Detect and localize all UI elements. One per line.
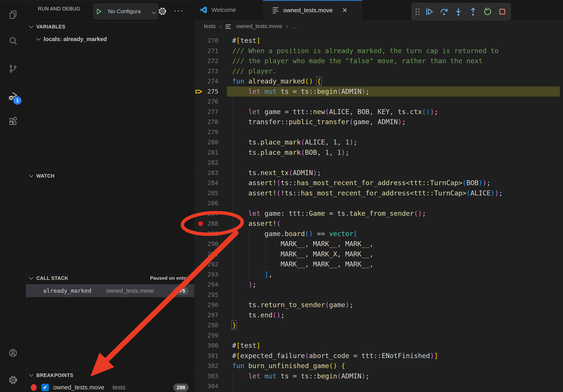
code-line[interactable]: 302fun burn_unfinished_game() { <box>194 361 563 371</box>
call-stack-section-header[interactable]: CALL STACK Paused on entry <box>26 274 194 283</box>
close-tab-icon[interactable]: ✕ <box>342 7 347 14</box>
code-line[interactable]: 280 ts.place_mark(ALICE, 1, 1); <box>194 137 563 147</box>
line-number[interactable]: 279 <box>194 127 218 137</box>
code-line[interactable]: 287 let game: ttt::Game = ts.take_from_s… <box>194 209 563 219</box>
code-line[interactable]: 298} <box>194 320 563 330</box>
code-line[interactable]: 297 ts.end(); <box>194 310 563 320</box>
line-number[interactable]: 296 <box>194 300 218 310</box>
code-line[interactable]: 295 <box>194 290 563 300</box>
code-line[interactable]: 275 let mut ts = ts::begin(ADMIN); <box>194 86 563 97</box>
tab-welcome[interactable]: Welcome <box>194 0 262 20</box>
line-number[interactable]: 272 <box>194 56 218 66</box>
code-line[interactable]: 296 ts.return_to_sender(game); <box>194 300 563 310</box>
breadcrumb-item[interactable]: ... <box>292 23 297 29</box>
watch-section-header[interactable]: WATCH <box>26 171 194 180</box>
code-line[interactable]: 273/// player. <box>194 66 563 76</box>
line-number[interactable]: 274 <box>194 76 218 86</box>
line-number[interactable]: 298 <box>194 320 218 330</box>
explorer-icon[interactable] <box>8 10 18 19</box>
line-number[interactable]: 285 <box>194 188 218 198</box>
launch-config-dropdown[interactable]: No Configura <box>93 3 158 19</box>
step-out-button[interactable] <box>469 7 478 16</box>
line-number[interactable]: 286 <box>194 198 218 209</box>
variables-section-header[interactable]: VARIABLES <box>26 22 194 31</box>
code-line[interactable]: 284 assert!(ts::has_most_recent_for_addr… <box>194 178 563 188</box>
line-number[interactable]: 292 <box>194 259 218 269</box>
line-number[interactable]: 275 <box>194 86 218 97</box>
code-line[interactable]: 289 game.board() == vector[ <box>194 229 563 239</box>
line-number[interactable]: 273 <box>194 66 218 76</box>
code-line[interactable]: 288 assert!( <box>194 219 563 229</box>
line-number[interactable]: 288 <box>194 219 218 229</box>
code-line[interactable]: 304 <box>194 381 563 392</box>
code-line[interactable]: 282 <box>194 157 563 168</box>
code-line[interactable]: 281 ts.place_mark(BOB, 1, 1); <box>194 147 563 158</box>
restart-button[interactable] <box>483 7 492 16</box>
line-number[interactable]: 293 <box>194 269 218 280</box>
code-line[interactable]: 272/// the player who made the "false" m… <box>194 56 563 66</box>
code-line[interactable]: 276 <box>194 96 563 107</box>
call-stack-frame[interactable]: already_markedowned_tests.move275 <box>26 284 194 297</box>
line-number[interactable]: 290 <box>194 239 218 249</box>
breadcrumb[interactable]: tests›owned_tests.move›... <box>194 20 563 33</box>
line-number[interactable]: 297 <box>194 310 218 320</box>
code-line[interactable]: 270#[test] <box>194 36 563 46</box>
line-number[interactable]: 284 <box>194 178 218 188</box>
line-number[interactable]: 280 <box>194 137 218 147</box>
line-number[interactable]: 281 <box>194 147 218 158</box>
stop-button[interactable] <box>498 7 507 16</box>
continue-button[interactable] <box>425 7 434 16</box>
breakpoint-checkbox[interactable]: ✔ <box>41 384 49 391</box>
line-number[interactable]: 282 <box>194 157 218 168</box>
code-line[interactable]: 283 ts.next_tx(ADMIN); <box>194 168 563 178</box>
code-line[interactable]: 294 ); <box>194 279 563 290</box>
breadcrumb-item[interactable]: tests <box>204 23 216 29</box>
source-control-icon[interactable] <box>8 64 18 73</box>
line-number[interactable]: 295 <box>194 290 218 300</box>
search-icon[interactable] <box>8 36 18 46</box>
line-number[interactable]: 303 <box>194 371 218 381</box>
code-line[interactable]: 277 let game = ttt::new(ALICE, BOB, KEY,… <box>194 107 563 117</box>
start-debug-icon[interactable] <box>93 4 105 19</box>
line-number[interactable]: 289 <box>194 229 218 239</box>
line-number[interactable]: 278 <box>194 117 218 127</box>
step-over-button[interactable] <box>439 7 448 16</box>
code-line[interactable]: 278 transfer::public_transfer(game, ADMI… <box>194 117 563 127</box>
more-actions-icon[interactable]: ··· <box>174 6 184 15</box>
line-number[interactable]: 271 <box>194 46 218 56</box>
line-number[interactable]: 277 <box>194 107 218 117</box>
account-icon[interactable] <box>8 348 18 358</box>
line-number[interactable]: 276 <box>194 96 218 107</box>
line-number[interactable]: 300 <box>194 340 218 351</box>
debug-settings-gear-icon[interactable] <box>158 7 167 16</box>
code-line[interactable]: 291 MARK__, MARK_X, MARK__, <box>194 249 563 259</box>
code-line[interactable]: 271/// When a position is already marked… <box>194 46 563 56</box>
tab-owned-tests[interactable]: owned_tests.move ✕ <box>263 0 362 20</box>
line-number[interactable]: 294 <box>194 279 218 290</box>
code-line[interactable]: 303 let mut ts = ts::begin(ADMIN); <box>194 371 563 381</box>
code-line[interactable]: 293 ], <box>194 269 563 280</box>
code-line[interactable]: 274fun already_marked() { <box>194 76 563 86</box>
breadcrumb-item[interactable]: owned_tests.move <box>236 23 282 29</box>
line-number[interactable]: 302 <box>194 361 218 371</box>
breakpoint-item[interactable]: ✔owned_tests.movetests288 <box>26 381 194 392</box>
code-editor[interactable]: 270#[test]271/// When a position is alre… <box>194 33 563 392</box>
code-line[interactable]: 300#[test] <box>194 340 563 351</box>
variables-scope-row[interactable]: locals: already_marked <box>26 34 194 44</box>
code-line[interactable]: 290 MARK__, MARK__, MARK__, <box>194 239 563 249</box>
line-number[interactable]: 301 <box>194 351 218 361</box>
line-number[interactable]: 304 <box>194 381 218 392</box>
line-number[interactable]: 270 <box>194 36 218 46</box>
step-into-button[interactable] <box>454 7 463 16</box>
code-line[interactable]: 286 <box>194 198 563 209</box>
code-line[interactable]: 292 MARK__, MARK__, MARK__, <box>194 259 563 269</box>
drag-grip-icon[interactable] <box>416 9 419 15</box>
breakpoints-section-header[interactable]: BREAKPOINTS <box>26 371 194 380</box>
line-number[interactable]: 287 <box>194 209 218 219</box>
line-number[interactable]: 283 <box>194 168 218 178</box>
code-line[interactable]: 301#[expected_failure(abort_code = ttt::… <box>194 351 563 361</box>
extensions-icon[interactable] <box>8 117 18 126</box>
code-line[interactable]: 279 <box>194 127 563 137</box>
code-line[interactable]: 299 <box>194 330 563 341</box>
settings-gear-icon[interactable] <box>8 375 18 385</box>
